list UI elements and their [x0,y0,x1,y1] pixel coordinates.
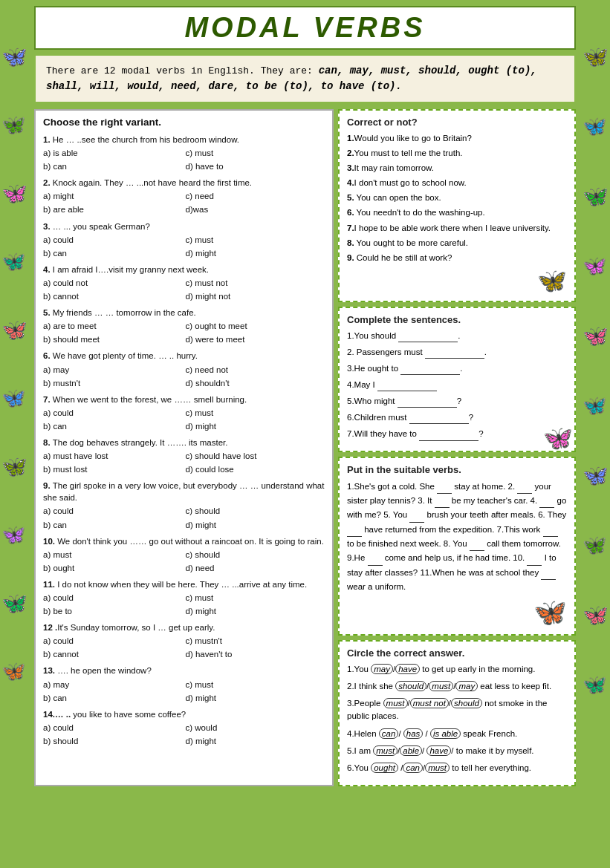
put-verbs-section: Put in the suitable verbs. 1.She's got a… [338,457,576,636]
question-10: 10. We don't think you …… go out without… [43,535,325,574]
main-content: Choose the right variant. 1. He … ..see … [34,109,576,786]
circle-title: Circle the correct answer. [347,647,567,659]
complete-section: Complete the sentences. 1.You should . 2… [338,307,576,452]
question-5: 5. My friends … … tomorrow in the cafe. … [43,307,325,345]
butterfly-icon-r9: 🦋 [583,603,609,627]
correct-item-1: 1.Would you like to go to Britain? [347,132,567,144]
butterfly-icon-l2: 🦋 [1,114,27,137]
question-6: 6. We have got plenty of time. … .. hurr… [43,350,325,388]
butterfly-decoration-3: 🦋 [347,597,567,628]
butterfly-icon-l1: 🦋 [1,45,27,69]
butterfly-icon-r1: 🦋 [583,45,609,69]
correct-item-9: 9. Could he be still at work? [347,252,567,264]
question-8: 8. The dog behaves strangely. It ……. its… [43,437,325,475]
question-1: 1. He … ..see the church from his bedroo… [43,134,325,172]
complete-item-5: 5.Who might ? [347,395,567,408]
correct-item-6: 6. You needn't to do the washing-up. [347,206,567,218]
correct-item-4: 4.I don't must go to school now. [347,177,567,189]
butterfly-right-col: 🦋 🦋 🦋 🦋 🦋 🦋 🦋 🦋 🦋 🦋 [583,45,609,696]
correct-item-3: 3.It may rain tomorrow. [347,162,567,174]
right-column: Correct or not? 1.Would you like to go t… [338,109,576,786]
page-title: MODAL VERBS [184,12,425,43]
butterfly-icon-r7: 🦋 [583,463,609,488]
correct-item-5: 5. You can open the box. [347,192,567,203]
question-4: 4. I am afraid I….visit my granny next w… [43,264,325,302]
question-12: 12 .It's Sunday tomorrow, so I … get up … [43,621,325,660]
correct-title: Correct or not? [347,117,567,128]
butterfly-icon-r3: 🦋 [583,184,609,209]
circle-section: Circle the correct answer. 1.You may/hav… [338,640,576,787]
butterfly-decoration-1: 🦋 [347,267,567,295]
complete-item-4: 4.May I [347,379,567,391]
question-9: 9. The girl spoke in a very low voice, b… [43,480,325,530]
circle-item-6: 6.You ought /can/must to tell her everyt… [347,762,567,774]
butterfly-icon-l3: 🦋 [1,181,27,206]
butterfly-icon-l10: 🦋 [1,660,27,683]
butterfly-icon-l8: 🦋 [1,523,27,546]
butterfly-icon-corner3: 🦋 [533,597,567,627]
complete-item-2: 2. Passengers must . [347,346,567,359]
complete-item-6: 6.Children must ? [347,411,567,424]
complete-item-1: 1.You should . [347,330,567,342]
butterfly-icon-r2: 🦋 [583,115,609,138]
butterfly-icon-r5: 🦋 [583,324,609,348]
correct-item-2: 2.You must to tell me the truth. [347,147,567,159]
question-3: 3. … ... you speak German? a) could c) m… [43,221,325,259]
intro-box: There are 12 modal verbs in English. The… [34,54,576,103]
exercise1-title: Choose the right variant. [43,117,325,128]
intro-text: There are 12 modal verbs in English. The… [46,65,537,92]
butterfly-icon-l9: 🦋 [1,591,27,616]
circle-item-1: 1.You may/have to get up early in the mo… [347,663,567,676]
circle-item-2: 2.I think she should/must/may eat less t… [347,680,567,693]
page-wrapper: 🦋 🦋 🦋 🦋 🦋 🦋 🦋 🦋 🦋 🦋 🦋 🦋 🦋 🦋 🦋 🦋 🦋 🦋 🦋 🦋 … [0,0,610,868]
butterfly-icon-corner2: 🦋 [543,424,573,452]
butterfly-icon-l5: 🦋 [1,318,27,342]
butterfly-left-col: 🦋 🦋 🦋 🦋 🦋 🦋 🦋 🦋 🦋 🦋 [1,45,27,683]
question-2: 2. Knock again. They … ...not have heard… [43,177,325,215]
left-column: Choose the right variant. 1. He … ..see … [34,109,334,786]
butterfly-icon-l4: 🦋 [1,250,27,273]
complete-title: Complete the sentences. [347,314,567,325]
butterfly-icon-r4: 🦋 [583,255,609,278]
butterfly-icon-r10: 🦋 [583,673,609,696]
correct-item-7: 7.I hope to be able work there when I le… [347,222,567,234]
butterfly-icon-r6: 🦋 [583,394,609,417]
complete-item-7: 7.Will they have to ? [347,428,567,440]
question-13: 13. …. he open the window? a) may c) mus… [43,665,325,703]
circle-item-4: 4.Helen can/ has / is able speak French. [347,728,567,740]
correct-section: Correct or not? 1.Would you like to go t… [338,109,576,302]
question-14: 14.… .. you like to have some coffee? a)… [43,708,325,747]
circle-item-5: 5.I am must/able/ have/ to make it by my… [347,745,567,757]
put-title: Put in the suitable verbs. [347,464,567,475]
question-11: 11. I do not know when they will be here… [43,578,325,617]
butterfly-icon-corner1: 🦋 [537,267,567,294]
question-7: 7. When we went to the forest, we …… sme… [43,394,325,432]
complete-item-3: 3.He ought to . [347,362,567,375]
put-text: 1.She's got a cold. She stay at home. 2.… [347,480,567,594]
correct-item-8: 8. You ought to be more careful. [347,237,567,249]
title-bar: MODAL VERBS [34,6,576,50]
circle-item-3: 3.People must/must not/should not smoke … [347,697,567,723]
butterfly-icon-l6: 🦋 [1,387,27,410]
butterfly-icon-l7: 🦋 [1,454,27,479]
butterfly-icon-r8: 🦋 [583,534,609,557]
